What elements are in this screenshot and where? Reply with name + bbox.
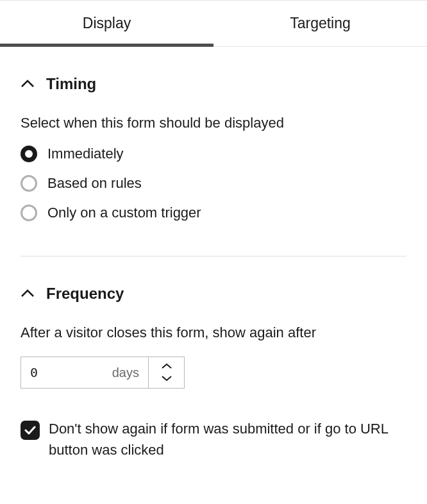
checkbox-dont-show-again-label: Don't show again if form was submitted o…: [49, 418, 406, 460]
tab-display[interactable]: Display: [0, 1, 214, 46]
radio-custom[interactable]: Only on a custom trigger: [21, 205, 406, 221]
stepper-down-icon[interactable]: [161, 373, 172, 384]
section-timing-header[interactable]: Timing: [21, 75, 406, 93]
radio-immediately-label: Immediately: [47, 146, 124, 162]
chevron-up-icon: [21, 287, 35, 301]
section-timing: Timing Select when this form should be d…: [21, 47, 406, 221]
number-unit: days: [112, 365, 139, 380]
section-frequency: Frequency After a visitor closes this fo…: [21, 256, 406, 460]
number-value-box[interactable]: 0 days: [21, 357, 148, 388]
tab-targeting[interactable]: Targeting: [214, 1, 427, 46]
number-value: 0: [30, 365, 38, 380]
radio-icon: [21, 205, 37, 221]
radio-custom-label: Only on a custom trigger: [47, 205, 201, 221]
section-frequency-title: Frequency: [46, 285, 124, 303]
number-stepper[interactable]: [148, 357, 184, 388]
tab-targeting-label: Targeting: [290, 15, 351, 31]
frequency-description: After a visitor closes this form, show a…: [21, 324, 406, 341]
tabs: Display Targeting: [0, 0, 427, 47]
radio-icon-selected: [21, 146, 37, 162]
radio-icon: [21, 175, 37, 192]
radio-rules-label: Based on rules: [47, 175, 142, 192]
section-timing-title: Timing: [46, 75, 96, 93]
checkbox-checked-icon: [21, 421, 40, 440]
radio-immediately[interactable]: Immediately: [21, 146, 406, 162]
stepper-up-icon[interactable]: [161, 361, 172, 373]
section-frequency-header[interactable]: Frequency: [21, 285, 406, 303]
radio-rules[interactable]: Based on rules: [21, 175, 406, 192]
chevron-up-icon: [21, 77, 35, 91]
frequency-number-input[interactable]: 0 days: [21, 357, 185, 389]
panel: Timing Select when this form should be d…: [0, 47, 427, 460]
timing-radio-group: Immediately Based on rules Only on a cus…: [21, 146, 406, 221]
timing-description: Select when this form should be displaye…: [21, 115, 406, 131]
checkbox-dont-show-again[interactable]: Don't show again if form was submitted o…: [21, 418, 406, 460]
tab-display-label: Display: [83, 15, 131, 31]
